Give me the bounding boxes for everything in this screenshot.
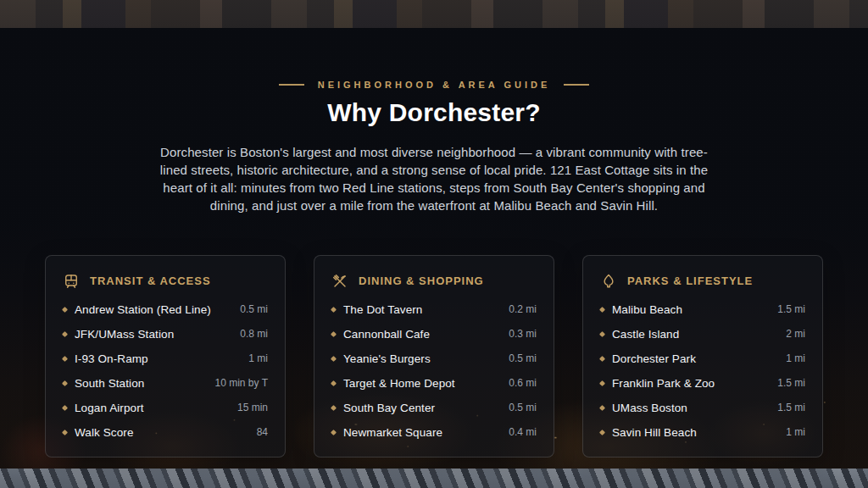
list-item-label: Franklin Park & Zoo: [612, 377, 715, 390]
list-item-left: Castle Island: [600, 328, 679, 341]
eyebrow-dash-left: [279, 84, 304, 86]
list-item-label: Dorchester Park: [612, 352, 696, 365]
list-item: Logan Airport15 min: [63, 396, 268, 420]
list-item-left: Andrew Station (Red Line): [63, 303, 211, 316]
list-item: Castle Island2 mi: [600, 322, 805, 347]
diamond-bullet-icon: [62, 430, 68, 435]
list-item-value: 10 min by T: [209, 377, 268, 389]
list-item-value: 1.5 mi: [771, 303, 805, 315]
list-item-value: 1 mi: [779, 352, 805, 364]
diamond-bullet-icon: [331, 331, 337, 337]
dining-icon: [331, 273, 348, 290]
list-item-label: UMass Boston: [612, 402, 687, 414]
list-item-left: Yeanie's Burgers: [331, 352, 431, 365]
list-item-value: 1.5 mi: [771, 377, 805, 389]
diamond-bullet-icon: [62, 356, 68, 362]
list-item: Walk Score84: [63, 420, 268, 445]
list-item-value: 0.5 mi: [233, 303, 268, 315]
diamond-bullet-icon: [331, 307, 337, 313]
card-header: PARKS & LIFESTYLE: [600, 273, 805, 290]
list-item-value: 0.5 mi: [502, 352, 537, 364]
list-item-label: Yeanie's Burgers: [343, 352, 431, 365]
diamond-bullet-icon: [331, 380, 337, 386]
diamond-bullet-icon: [331, 405, 337, 411]
list-item-label: Walk Score: [75, 426, 134, 439]
list-item: South Station10 min by T: [63, 371, 268, 396]
list-item: South Bay Center0.5 mi: [331, 396, 537, 420]
diamond-bullet-icon: [331, 430, 337, 435]
list-item: Malibu Beach1.5 mi: [600, 297, 805, 322]
list-item-left: South Bay Center: [331, 402, 435, 414]
diamond-bullet-icon: [62, 380, 68, 386]
list-item-label: South Station: [75, 377, 144, 390]
eyebrow-dash-right: [564, 84, 589, 86]
list-item-left: Newmarket Square: [331, 426, 442, 439]
diamond-bullet-icon: [599, 307, 605, 313]
list-item-value: 0.4 mi: [502, 426, 537, 438]
list-item-label: I-93 On-Ramp: [75, 352, 148, 365]
diamond-bullet-icon: [599, 380, 605, 386]
list-item-label: Castle Island: [612, 328, 679, 341]
list-item: The Dot Tavern0.2 mi: [331, 297, 537, 322]
list-item-left: Walk Score: [63, 426, 134, 439]
list-item-label: Logan Airport: [75, 402, 144, 414]
list-item-label: South Bay Center: [343, 402, 435, 414]
list-item-value: 1.5 mi: [771, 402, 805, 413]
list-item-value: 84: [250, 426, 268, 438]
diamond-bullet-icon: [599, 356, 605, 362]
list-item-label: Cannonball Cafe: [343, 328, 430, 341]
diamond-bullet-icon: [62, 405, 68, 411]
list-item-left: Cannonball Cafe: [331, 328, 430, 341]
section-description: Dorchester is Boston's largest and most …: [154, 143, 714, 215]
list-item-left: Logan Airport: [63, 402, 144, 414]
list-item: Franklin Park & Zoo1.5 mi: [600, 371, 805, 396]
list-item: Yeanie's Burgers0.5 mi: [331, 347, 537, 371]
list-item-label: The Dot Tavern: [343, 303, 422, 316]
card-parks-lifestyle: PARKS & LIFESTYLEMalibu Beach1.5 miCastl…: [582, 255, 823, 458]
list-item-value: 0.3 mi: [502, 328, 537, 340]
cards-row: TRANSIT & ACCESSAndrew Station (Red Line…: [45, 255, 823, 458]
card-header: DINING & SHOPPING: [331, 273, 537, 290]
list-item-value: 0.6 mi: [502, 377, 537, 389]
tree-icon: [600, 273, 617, 290]
list-item: Savin Hill Beach1 mi: [600, 420, 805, 445]
card-title: TRANSIT & ACCESS: [90, 274, 211, 287]
card-dining-shopping: DINING & SHOPPINGThe Dot Tavern0.2 miCan…: [314, 255, 554, 458]
list-item-label: Malibu Beach: [612, 303, 682, 316]
list-item-value: 1 mi: [779, 426, 805, 438]
list-item-label: Target & Home Depot: [343, 377, 455, 390]
list-item-left: Target & Home Depot: [331, 377, 455, 390]
list-item-value: 1 mi: [242, 352, 268, 364]
diamond-bullet-icon: [62, 307, 68, 313]
diamond-bullet-icon: [331, 356, 337, 362]
card-transit-access: TRANSIT & ACCESSAndrew Station (Red Line…: [45, 255, 286, 458]
list-item-left: Savin Hill Beach: [600, 426, 697, 439]
list-item-label: JFK/UMass Station: [75, 328, 174, 341]
list-item-value: 0.8 mi: [233, 328, 268, 340]
list-item-left: JFK/UMass Station: [63, 328, 174, 341]
diamond-bullet-icon: [62, 331, 68, 337]
eyebrow-row: NEIGHBORHOOD & AREA GUIDE: [0, 80, 868, 90]
list-item: I-93 On-Ramp1 mi: [63, 347, 268, 371]
list-item-left: UMass Boston: [600, 402, 687, 414]
diamond-bullet-icon: [599, 405, 605, 411]
list-item-left: I-93 On-Ramp: [63, 352, 148, 365]
neighborhood-guide-section: NEIGHBORHOOD & AREA GUIDE Why Dorchester…: [0, 0, 868, 488]
page-title: Why Dorchester?: [0, 98, 868, 128]
list-item-left: The Dot Tavern: [331, 303, 422, 316]
list-item-left: Malibu Beach: [600, 303, 682, 316]
list-item-label: Savin Hill Beach: [612, 426, 697, 439]
list-item-value: 15 min: [231, 402, 268, 413]
tram-icon: [63, 273, 80, 290]
list-item: JFK/UMass Station0.8 mi: [63, 322, 268, 347]
list-item-value: 0.5 mi: [502, 402, 537, 413]
list-item-left: Franklin Park & Zoo: [600, 377, 715, 390]
list-item: Target & Home Depot0.6 mi: [331, 371, 537, 396]
list-item-left: South Station: [63, 377, 144, 390]
card-header: TRANSIT & ACCESS: [63, 273, 268, 290]
list-item: Cannonball Cafe0.3 mi: [331, 322, 537, 347]
list-item-label: Andrew Station (Red Line): [75, 303, 211, 316]
list-item: Dorchester Park1 mi: [600, 347, 805, 371]
section-content: NEIGHBORHOOD & AREA GUIDE Why Dorchester…: [0, 0, 868, 488]
eyebrow-label: NEIGHBORHOOD & AREA GUIDE: [318, 80, 551, 90]
